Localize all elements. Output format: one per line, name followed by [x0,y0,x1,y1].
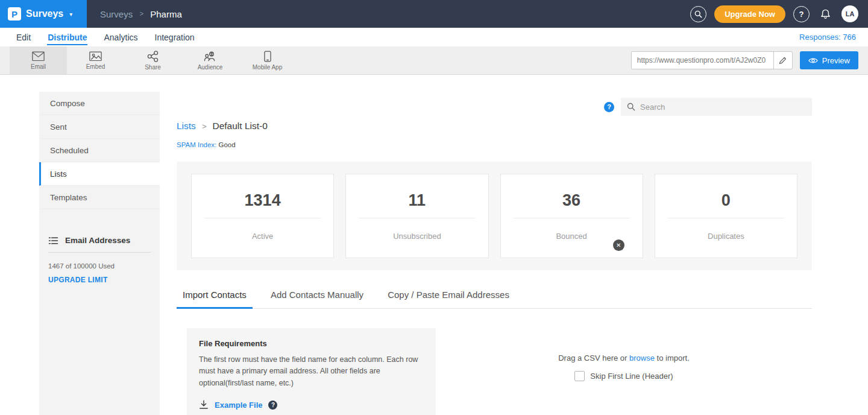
section-help-icon[interactable]: ? [604,102,614,112]
toolbar-label-share: Share [145,64,161,71]
lists-breadcrumb-link[interactable]: Lists [177,121,196,131]
product-switcher[interactable]: P Surveys ▾ [0,0,87,28]
csv-dropzone[interactable]: Drag a CSV here or browse to import. Ski… [436,328,812,415]
embed-icon [89,51,102,62]
pencil-icon [779,57,787,65]
contacts-search-input[interactable] [640,103,806,112]
edit-url-button[interactable] [773,52,792,69]
email-addresses-section: Email Addresses 1467 of 100000 Used UPGR… [39,236,160,284]
preview-button[interactable]: Preview [800,51,858,69]
stat-value: 36 [562,191,580,210]
skip-first-line-checkbox[interactable] [574,371,585,381]
current-list-name: Default List-0 [212,121,267,131]
toolbar-item-email[interactable]: Email [10,46,67,74]
list-breadcrumb: Lists > Default List-0 [177,121,812,131]
email-sidebar: Compose Sent Scheduled Lists Templates E… [39,92,160,415]
divider [359,218,475,218]
eye-icon [808,57,818,64]
product-name: Surveys [26,8,63,19]
spam-index: SPAM Index: Good [177,141,812,148]
sidebar-item-scheduled[interactable]: Scheduled [39,139,160,162]
sidebar-item-compose[interactable]: Compose [39,92,160,115]
breadcrumb-separator: > [139,10,143,18]
share-icon [147,51,159,62]
help-icon: ? [799,10,804,19]
tab-add-contacts-manually[interactable]: Add Contacts Manually [271,290,363,308]
toolbar-label-audience: Audience [198,64,223,71]
file-requirements-box: File Requirements The first row must hav… [187,328,436,415]
content-area: Compose Sent Scheduled Lists Templates E… [0,75,868,415]
topbar-actions: Upgrade Now ? LA [690,5,868,23]
list-stats: 1314 Active 11 Unsubscribed 36 Bounced ✕… [177,162,812,270]
upgrade-now-button[interactable]: Upgrade Now [714,5,785,23]
toolbar-item-audience[interactable]: Audience [181,46,239,74]
search-button[interactable] [690,6,706,22]
tab-integration[interactable]: Integration [146,28,203,46]
stat-card-active[interactable]: 1314 Active [191,174,334,258]
spam-index-value: Good [218,141,235,148]
sidebar-item-templates[interactable]: Templates [39,186,160,209]
dropzone-text: Drag a CSV here or browse to import. [558,353,690,363]
bell-icon [820,8,831,19]
file-requirements-title: File Requirements [199,339,424,348]
stat-label: Active [252,232,273,241]
breadcrumb: Surveys > Pharma [100,9,690,19]
responses-count[interactable]: Responses: 766 [799,28,868,46]
toolbar-item-share[interactable]: Share [124,46,181,74]
download-icon [199,400,209,410]
toolbar-item-embed[interactable]: Embed [67,46,124,74]
notifications-button[interactable] [817,6,834,22]
avatar[interactable]: LA [841,5,858,22]
stat-value: 11 [409,191,426,210]
email-addresses-label: Email Addresses [65,236,130,245]
dropzone-text-prefix: Drag a CSV here or [558,353,627,363]
browse-link[interactable]: browse [629,353,655,363]
import-contacts-panel: File Requirements The first row must hav… [177,328,812,415]
tab-edit[interactable]: Edit [8,28,39,46]
email-addresses-header[interactable]: Email Addresses [48,236,151,253]
tab-distribute[interactable]: Distribute [39,28,95,46]
divider [514,218,630,218]
example-file-help-icon[interactable]: ? [268,401,277,410]
questionpro-logo-icon: P [8,7,21,21]
main-top-row: ? [177,98,812,116]
clear-bounced-icon[interactable]: ✕ [613,239,624,251]
help-button[interactable]: ? [793,6,810,22]
tab-copy-paste-email-addresses[interactable]: Copy / Paste Email Addresses [388,290,509,308]
stat-label: Duplicates [708,232,744,241]
stat-value: 0 [722,191,731,210]
upgrade-limit-link[interactable]: UPGRADE LIMIT [48,276,108,284]
survey-url-box [631,51,793,69]
stat-card-unsubscribed[interactable]: 11 Unsubscribed [345,174,488,258]
toolbar-item-mobile-app[interactable]: Mobile App [239,46,296,74]
stat-card-bounced[interactable]: 36 Bounced ✕ [500,174,643,258]
distribute-toolbar: Email Embed Share Audience Mobile App [0,46,868,75]
contacts-search-box [621,98,812,116]
stat-label: Bounced [556,232,587,241]
example-file-row[interactable]: Example File ? [199,400,424,410]
breadcrumb-current-survey: Pharma [150,9,182,19]
audience-icon [204,51,216,62]
preview-label: Preview [822,56,850,65]
skip-first-line-row: Skip First Line (Header) [574,371,673,381]
stat-label: Unsubscribed [393,232,441,241]
lists-main-panel: ? Lists > Default List-0 SPAM Index: Goo… [160,92,829,415]
stat-card-duplicates[interactable]: 0 Duplicates [655,174,797,258]
stat-value: 1314 [245,191,281,210]
sidebar-item-sent[interactable]: Sent [39,115,160,139]
spam-index-label: SPAM Index: [177,141,216,148]
skip-first-line-label: Skip First Line (Header) [590,372,673,381]
breadcrumb-surveys-link[interactable]: Surveys [100,9,133,19]
mobile-app-icon [264,51,271,62]
usage-text: 1467 of 100000 Used [48,262,151,270]
divider [204,218,321,218]
survey-url-input[interactable] [632,56,773,65]
toolbar-right: Preview [631,46,868,74]
tab-import-contacts[interactable]: Import Contacts [183,290,247,308]
email-icon [32,51,45,62]
tab-analytics[interactable]: Analytics [95,28,146,46]
contacts-tabs: Import Contacts Add Contacts Manually Co… [177,290,812,309]
sidebar-item-lists[interactable]: Lists [39,162,160,186]
top-bar: P Surveys ▾ Surveys > Pharma Upgrade Now… [0,0,868,28]
example-file-link[interactable]: Example File [215,401,262,410]
